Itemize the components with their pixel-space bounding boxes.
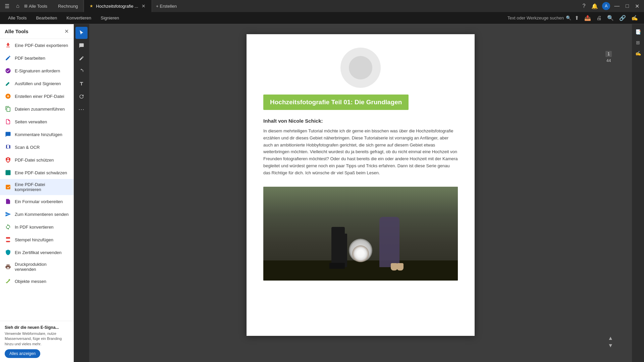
cursor-tool-button[interactable]: [75, 27, 88, 39]
sidebar-item-fill-label: Ausfüllen und Signieren: [15, 81, 61, 86]
sidebar-item-send-label: Zum Kommentieren senden: [15, 212, 68, 217]
sidebar-item-measure[interactable]: Objekte messen: [0, 275, 73, 288]
sidebar-item-comments[interactable]: Kommentare hinzufügen: [0, 128, 73, 141]
sidebar-item-cert[interactable]: Ein Zertifikat verwenden: [0, 246, 73, 259]
sidebar-item-edit-label: PDF bearbeiten: [15, 56, 45, 61]
scroll-controls: ▲ ▼: [608, 335, 613, 349]
menu-bearbeiten[interactable]: Bearbeiten: [32, 13, 61, 22]
pdf-body: In diesem mehrteiligen Tutorial möchte i…: [263, 128, 458, 177]
promo-button[interactable]: Alles anzeigen: [5, 349, 40, 358]
more-tool-button[interactable]: ···: [75, 103, 88, 115]
send-icon: [5, 211, 11, 218]
sidebar-item-convert-label: In PDF konvertieren: [15, 225, 54, 230]
content-area: Hochzeitsfotografie Teil 01: Die Grundla…: [89, 24, 632, 362]
toolbar-strip: ···: [74, 24, 89, 362]
user-avatar[interactable]: A: [602, 2, 610, 10]
sidebar-item-edit[interactable]: PDF bearbeiten: [0, 52, 73, 64]
upload-icon[interactable]: 📤: [582, 13, 593, 22]
convert-icon: [5, 224, 11, 230]
sidebar-item-esig[interactable]: E-Signaturen anfordern: [0, 64, 73, 77]
all-tools-label: Alle Tools: [29, 4, 47, 9]
tab-rechnung[interactable]: Rechnung: [53, 0, 84, 12]
sidebar-item-print-label: Druckproduktion verwenden: [15, 262, 69, 272]
sidebar-item-print[interactable]: Druckproduktion verwenden: [0, 259, 73, 275]
edit-icon: [5, 55, 11, 61]
comments-icon: [5, 131, 11, 138]
scroll-up-button[interactable]: ▲: [608, 335, 613, 341]
sidebar-title: Alle Tools: [5, 28, 29, 34]
sidebar-item-redact[interactable]: Eine PDF-Datei schwärzen: [0, 166, 73, 179]
rotate-tool-button[interactable]: [75, 65, 88, 77]
pdf-author: Inhalt von Nicole Schick:: [263, 118, 458, 124]
sidebar-item-measure-label: Objekte messen: [15, 279, 46, 284]
sidebar-item-compress[interactable]: Eine PDF-Datei komprimieren: [0, 179, 73, 195]
right-panel-grid[interactable]: ⊞: [633, 38, 643, 48]
sidebar-item-protect[interactable]: PDF-Datei schützen: [0, 154, 73, 166]
sign-icon[interactable]: ✍: [629, 13, 640, 22]
page-current: 1: [605, 51, 612, 57]
create-icon: [5, 93, 11, 100]
sidebar-item-cert-label: Ein Zertifikat verwenden: [15, 250, 61, 255]
export-icon: [5, 42, 11, 49]
redact-icon: [5, 169, 11, 176]
menu-alle-tools[interactable]: Alle Tools: [4, 13, 31, 22]
print-icon[interactable]: 🖨: [594, 14, 604, 22]
promo-text: Verwende Webformulare, nutze Massenversa…: [5, 331, 69, 347]
menu-konvertieren[interactable]: Konvertieren: [62, 13, 95, 22]
sign-tool-button[interactable]: [75, 90, 88, 103]
sidebar-header: Alle Tools ✕: [0, 24, 73, 39]
maximize-button[interactable]: □: [624, 2, 631, 10]
sidebar-item-esig-label: E-Signaturen anfordern: [15, 68, 60, 73]
sidebar-item-send[interactable]: Zum Kommentieren senden: [0, 208, 73, 221]
pdf-wedding-image: [263, 187, 458, 281]
pdf-title-banner: Hochzeitsfotografie Teil 01: Die Grundla…: [263, 95, 409, 110]
question-icon[interactable]: ?: [580, 2, 587, 10]
sidebar-item-scan[interactable]: Scan & OCR: [0, 141, 73, 154]
hamburger-button[interactable]: ☰: [3, 2, 11, 11]
menu-signieren[interactable]: Signieren: [97, 13, 123, 22]
fill-icon: [5, 80, 11, 87]
tab-close-button[interactable]: ✕: [141, 3, 146, 9]
comment-tool-button[interactable]: [75, 40, 88, 52]
sidebar-list: Eine PDF-Datei exportieren PDF bearbeite…: [0, 39, 73, 321]
sidebar-item-form-label: Ein Formular vorbereiten: [15, 199, 63, 204]
share-icon[interactable]: ⬆: [573, 13, 581, 22]
form-icon: [5, 198, 11, 205]
link-icon[interactable]: 🔗: [617, 13, 628, 22]
tab-rechnung-label: Rechnung: [58, 4, 78, 9]
sidebar-item-stamp-label: Stempel hinzufügen: [15, 237, 53, 242]
minimize-button[interactable]: —: [612, 2, 622, 10]
sidebar-item-create[interactable]: Erstellen einer PDF-Datei: [0, 90, 73, 103]
tab-hochzeit[interactable]: ★ Hochzeitsfotografie ... ✕: [84, 0, 152, 12]
text-tool-button[interactable]: [75, 78, 88, 90]
sidebar-item-create-label: Erstellen einer PDF-Datei: [15, 94, 64, 99]
cert-icon: [5, 249, 11, 256]
sidebar-item-form[interactable]: Ein Formular vorbereiten: [0, 195, 73, 208]
search-area[interactable]: Text oder Werkzeuge suchen 🔍: [507, 15, 571, 20]
esig-icon: [5, 67, 11, 74]
sidebar-item-protect-label: PDF-Datei schützen: [15, 158, 54, 163]
sidebar-item-stamp[interactable]: Stempel hinzufügen: [0, 233, 73, 246]
sidebar-item-convert[interactable]: In PDF konvertieren: [0, 221, 73, 233]
right-panel-sign[interactable]: ✍: [633, 48, 643, 58]
right-panel-bookmark[interactable]: 📑: [633, 27, 643, 37]
new-tab-button[interactable]: + Erstellen: [153, 4, 180, 9]
sidebar-item-export-label: Eine PDF-Datei exportieren: [15, 43, 68, 48]
stamp-icon: [5, 236, 11, 243]
all-tools-button[interactable]: ⊞ Alle Tools: [24, 4, 47, 9]
zoom-icon[interactable]: 🔍: [605, 13, 616, 22]
edit-tool-button[interactable]: [75, 52, 88, 64]
sidebar-item-pages[interactable]: Seiten verwalten: [0, 115, 73, 128]
home-button[interactable]: ⌂: [14, 2, 21, 10]
sidebar-close-button[interactable]: ✕: [64, 28, 69, 35]
sidebar-item-fill[interactable]: Ausfüllen und Signieren: [0, 77, 73, 90]
measure-icon: [5, 278, 11, 285]
sidebar-item-export[interactable]: Eine PDF-Datei exportieren: [0, 39, 73, 52]
window-close-button[interactable]: ✕: [633, 2, 641, 11]
scroll-down-button[interactable]: ▼: [608, 343, 613, 349]
sidebar-item-merge[interactable]: Dateien zusammenführen: [0, 103, 73, 115]
merge-icon: [5, 106, 11, 112]
bell-icon[interactable]: 🔔: [589, 2, 600, 11]
sidebar-item-compress-label: Eine PDF-Datei komprimieren: [15, 182, 69, 192]
menu-right-icons: ⬆ 📤 🖨 🔍 🔗 ✍: [573, 13, 640, 22]
